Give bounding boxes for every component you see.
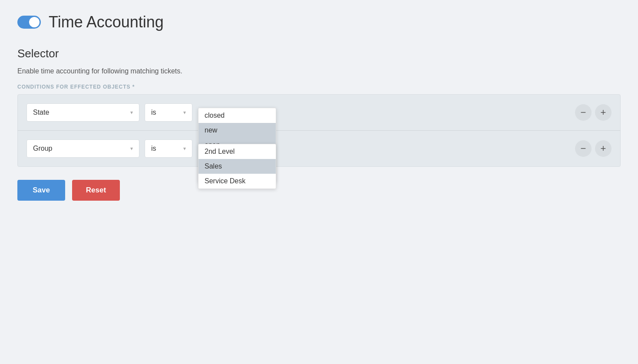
state-operator-chevron: ▾ xyxy=(183,109,186,116)
group-option-service-desk[interactable]: Service Desk xyxy=(198,174,276,189)
page-header: Time Accounting xyxy=(17,13,621,31)
group-field-chevron: ▾ xyxy=(130,146,133,152)
bottom-buttons: Save Reset xyxy=(17,180,621,201)
group-field-label: Group xyxy=(33,145,52,152)
reset-button[interactable]: Reset xyxy=(72,180,120,201)
group-dropdown: 2nd Level Sales Service Desk xyxy=(198,144,276,189)
state-field-select[interactable]: State ▾ xyxy=(26,103,139,122)
state-option-closed[interactable]: closed xyxy=(198,108,276,123)
state-field-label: State xyxy=(33,109,49,116)
group-operator-select[interactable]: is ▾ xyxy=(145,139,192,158)
time-accounting-toggle[interactable] xyxy=(17,16,41,29)
state-option-new[interactable]: new xyxy=(198,123,276,138)
group-add-button[interactable]: + xyxy=(595,140,612,157)
group-remove-button[interactable]: − xyxy=(575,140,592,157)
selector-title: Selector xyxy=(17,47,621,60)
save-button[interactable]: Save xyxy=(17,180,65,201)
state-operator-select[interactable]: is ▾ xyxy=(145,103,192,122)
state-operator-label: is xyxy=(151,109,156,116)
state-remove-button[interactable]: − xyxy=(575,104,592,121)
group-field-select[interactable]: Group ▾ xyxy=(26,139,139,158)
selector-section: Selector Enable time accounting for foll… xyxy=(17,47,621,167)
group-option-2nd-level[interactable]: 2nd Level xyxy=(198,144,276,159)
group-option-sales[interactable]: Sales xyxy=(198,159,276,174)
condition-row-state: State ▾ is ▾ closed new open pending clo… xyxy=(18,95,620,131)
condition-row-group: Group ▾ is ▾ 2nd Level Sales Service Des… xyxy=(18,131,620,166)
selector-description: Enable time accounting for following mat… xyxy=(17,67,621,75)
state-row-actions: − + xyxy=(575,103,612,121)
group-operator-chevron: ▾ xyxy=(183,146,186,152)
state-field-chevron: ▾ xyxy=(130,109,133,116)
conditions-container: State ▾ is ▾ closed new open pending clo… xyxy=(17,94,621,167)
condition-inputs-state: State ▾ is ▾ closed new open pending clo… xyxy=(26,103,570,122)
conditions-label: CONDITIONS FOR EFFECTED OBJECTS * xyxy=(17,84,621,90)
condition-inputs-group: Group ▾ is ▾ 2nd Level Sales Service Des… xyxy=(26,139,570,158)
group-row-actions: − + xyxy=(575,139,612,157)
page-title: Time Accounting xyxy=(49,13,164,31)
state-add-button[interactable]: + xyxy=(595,104,612,121)
group-operator-label: is xyxy=(151,145,156,152)
